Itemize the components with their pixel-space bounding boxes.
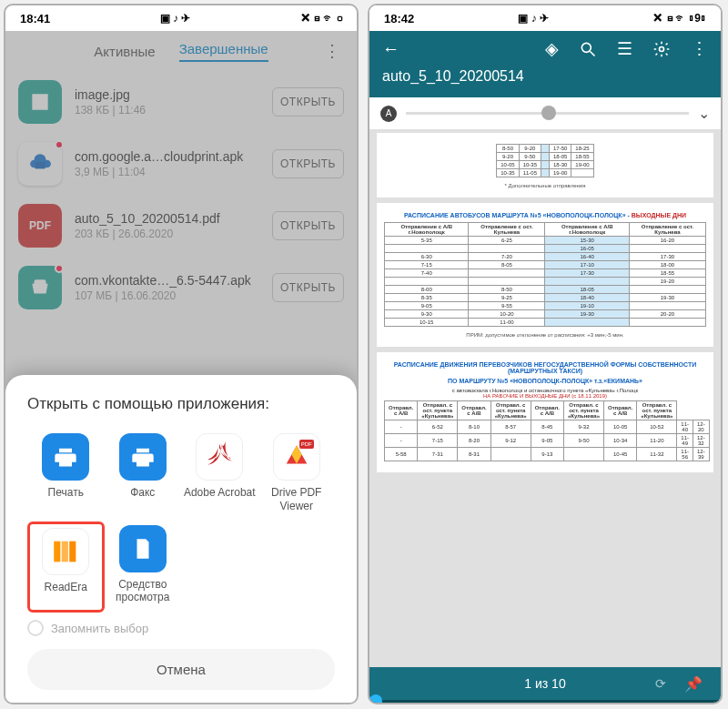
app-readera[interactable]: ReadEra (27, 522, 105, 613)
content-area: Активные Завершенные ⋮ image.jpg 138 КБ … (5, 31, 357, 703)
status-time: 18:42 (384, 12, 414, 25)
page3-sub1: ПО МАРШРУТУ №5 «НОВОПОЛОЦК-ПОЛОЦК» т.з.«… (384, 378, 706, 384)
new-badge-icon (55, 264, 64, 273)
brightness-slider[interactable] (406, 112, 689, 115)
status-icons: ▣ ♪ ✈ (518, 12, 549, 25)
document-title: auto_5_10_20200514 (382, 68, 708, 85)
open-button[interactable]: ОТКРЫТЬ (272, 149, 344, 178)
page1-footnote: * Дополнительные отправления (384, 183, 706, 188)
file-row-cloudprint[interactable]: com.google.a…cloudprint.apk 3,9 МБ | 11:… (5, 133, 357, 195)
file-meta: 3,9 МБ | 11:04 (75, 166, 259, 178)
app-viewer[interactable]: Средство просмотра (105, 522, 182, 613)
chevron-down-icon[interactable]: ⌄ (698, 105, 710, 122)
file-meta: 107 МБ | 16.06.2020 (75, 289, 259, 302)
svg-rect-2 (62, 542, 68, 562)
phone-right-reader: 18:42 ▣ ♪ ✈ ✕ ⊟ ᯤ ▯9▯ ← ◈ ☰ ⋮ auto_5_10_… (368, 4, 723, 704)
new-badge-icon (55, 140, 64, 149)
status-time: 18:41 (20, 12, 50, 25)
open-button[interactable]: ОТКРЫТЬ (272, 273, 344, 302)
svg-rect-3 (70, 542, 76, 562)
file-row-image[interactable]: image.jpg 138 КБ | 11:46 ОТКРЫТЬ (5, 71, 357, 133)
app-label: Drive PDF Viewer (260, 486, 334, 512)
svg-rect-1 (55, 542, 61, 562)
page3-title: РАСПИСАНИЕ ДВИЖЕНИЯ ПЕРЕВОЗЧИКОВ НЕГОСУД… (384, 361, 706, 374)
open-button[interactable]: ОТКРЫТЬ (272, 87, 344, 116)
page2-title: РАСПИСАНИЕ АВТОБУСОВ МАРШРУТА №5 «НОВОПО… (384, 212, 706, 218)
tab-active[interactable]: Активные (94, 44, 155, 59)
cloudprint-file-icon (18, 142, 62, 186)
app-label: Факс (130, 486, 155, 511)
app-label: ReadEra (45, 581, 87, 606)
open-button[interactable]: ОТКРЫТЬ (272, 211, 344, 240)
file-meta: 138 КБ | 11:46 (75, 104, 259, 116)
statusbar: 18:41 ▣ ♪ ✈ ✕ ⊟ ᯤ ▢ (5, 5, 357, 31)
app-grid: Печать Факс Adobe Acrobat PDF (27, 430, 335, 613)
cancel-button[interactable]: Отмена (27, 649, 335, 690)
pin-icon[interactable]: 📌 (684, 675, 703, 693)
file-name: com.google.a…cloudprint.apk (75, 149, 259, 164)
status-icons-right: ✕ ⊟ ᯤ ▢ (300, 12, 342, 25)
pdf-file-icon: PDF (18, 204, 62, 248)
auto-brightness-icon[interactable]: A (380, 106, 397, 122)
settings-icon[interactable] (652, 40, 671, 58)
back-icon[interactable]: ← (382, 39, 399, 59)
reader-toolbar: ← ◈ ☰ ⋮ auto_5_10_20200514 (369, 31, 721, 97)
radio-icon (27, 620, 44, 636)
more-icon[interactable]: ⋮ (691, 38, 708, 59)
file-name: com.vkontakte…_6.5-5447.apk (75, 273, 259, 288)
page2-footnote: ПРИМ: допустимое отклонение от расписани… (384, 332, 706, 338)
tab-finished[interactable]: Завершенные (179, 41, 268, 62)
page3-sub3: НА РАБОЧИЕ И ВЫХОДНЫЕ ДНИ (с 18.11.2019) (384, 393, 706, 399)
app-fax[interactable]: Факс (105, 430, 182, 516)
download-tabs: Активные Завершенные ⋮ (5, 31, 357, 71)
diamond-icon[interactable]: ◈ (545, 38, 559, 59)
app-print[interactable]: Печать (27, 430, 105, 516)
page-indicator-bar: 1 из 10 ⟳ 📌 (369, 667, 721, 700)
svg-line-5 (591, 51, 595, 56)
remember-label: Запомнить выбор (51, 622, 148, 635)
file-row-vkapk[interactable]: com.vkontakte…_6.5-5447.apk 107 МБ | 16.… (5, 257, 357, 319)
open-with-sheet: Открыть с помощью приложения: Печать Фак… (5, 375, 357, 703)
pdf-page-1: 8-509-2017-5018-259-209-5018-0518-5510-0… (377, 133, 713, 198)
app-drive-pdf[interactable]: PDF Drive PDF Viewer (258, 430, 336, 516)
reading-progress[interactable] (369, 700, 721, 703)
app-label: Средство просмотра (106, 578, 180, 604)
phone-left-downloads: 18:41 ▣ ♪ ✈ ✕ ⊟ ᯤ ▢ Активные Завершенные… (4, 4, 359, 704)
status-icons: ▣ ♪ ✈ (160, 12, 191, 25)
file-name: auto_5_10_20200514.pdf (75, 211, 259, 226)
pdf-page-2: РАСПИСАНИЕ АВТОБУСОВ МАРШРУТА №5 «НОВОПО… (377, 203, 713, 347)
svg-point-4 (581, 43, 591, 52)
brightness-row: A ⌄ (369, 97, 721, 129)
sheet-title: Открыть с помощью приложения: (27, 395, 335, 413)
remember-choice[interactable]: Запомнить выбор (27, 620, 335, 636)
statusbar: 18:42 ▣ ♪ ✈ ✕ ⊟ ᯤ ▯9▯ (369, 5, 721, 31)
file-name: image.jpg (75, 87, 259, 102)
refresh-icon[interactable]: ⟳ (655, 676, 666, 691)
page-counter: 1 из 10 (524, 676, 565, 691)
pdf-viewer[interactable]: A ⌄ 8-509-2017-5018-259-209-5018-0518-55… (369, 97, 721, 667)
contents-icon[interactable]: ☰ (617, 38, 632, 59)
app-acrobat[interactable]: Adobe Acrobat (181, 430, 258, 516)
file-row-pdf[interactable]: PDF auto_5_10_20200514.pdf 203 КБ | 26.0… (5, 195, 357, 257)
image-file-icon (18, 80, 62, 124)
status-icons-right: ✕ ⊟ ᯤ ▯9▯ (652, 12, 706, 25)
more-icon[interactable]: ⋮ (324, 41, 340, 61)
app-label: Печать (48, 486, 84, 511)
page-thumbnails: 8-509-2017-5018-259-209-5018-0518-5510-0… (369, 129, 721, 472)
svg-point-6 (660, 46, 664, 51)
file-meta: 203 КБ | 26.06.2020 (75, 228, 259, 240)
pdf-page-3: РАСПИСАНИЕ ДВИЖЕНИЯ ПЕРЕВОЗЧИКОВ НЕГОСУД… (377, 352, 713, 472)
apk-file-icon (18, 266, 62, 309)
svg-rect-0 (35, 162, 46, 169)
search-icon[interactable] (579, 40, 597, 58)
app-label: Adobe Acrobat (184, 486, 256, 511)
